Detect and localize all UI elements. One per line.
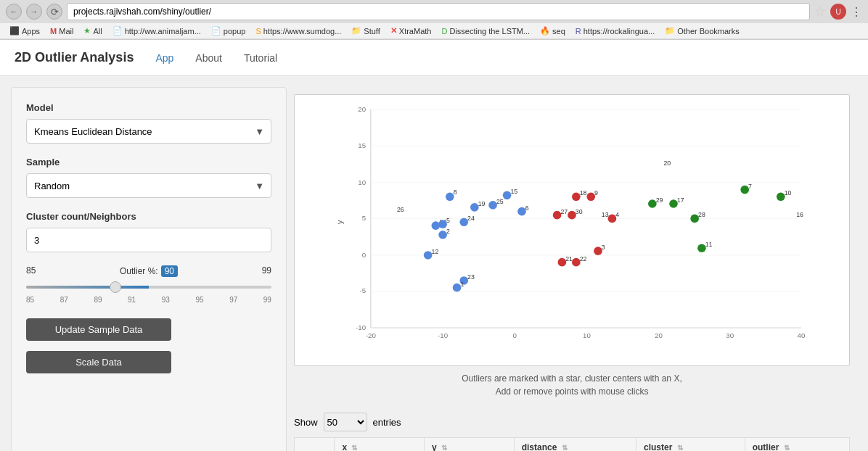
right-panel: 20 15 10 5 0 -5 -10 -20 -10 — [287, 87, 857, 451]
chart-caption: Outliers are marked with a star, cluster… — [294, 372, 850, 398]
slider-max-label: 99 — [262, 265, 271, 277]
cluster-label: Cluster count/Neighbors — [26, 211, 271, 222]
bookmark-stuff[interactable]: 📁 Stuff — [348, 25, 383, 37]
sort-distance-icon: ⇅ — [562, 444, 568, 451]
svg-text:15: 15 — [358, 141, 366, 149]
scatter-plot: 20 15 10 5 0 -5 -10 -20 -10 — [302, 102, 842, 356]
table-controls: Show 50 25 10 100 entries — [294, 413, 850, 431]
sample-label: Sample — [26, 157, 271, 167]
back-button[interactable]: ← — [6, 4, 22, 20]
svg-text:18: 18 — [580, 189, 587, 196]
chart-container[interactable]: 20 15 10 5 0 -5 -10 -20 -10 — [294, 94, 850, 366]
svg-text:15: 15 — [510, 188, 517, 195]
sort-cluster-icon: ⇅ — [677, 444, 683, 451]
bookmark-other[interactable]: 📁 Other Bookmarks — [661, 25, 743, 37]
svg-text:17: 17 — [677, 196, 684, 204]
svg-text:23: 23 — [467, 273, 475, 281]
svg-text:24: 24 — [467, 215, 475, 222]
svg-text:2: 2 — [446, 228, 450, 235]
bookmark-rockalingua[interactable]: R https://rockalingua... — [572, 25, 658, 37]
svg-text:0: 0 — [513, 331, 517, 339]
bookmark-animaljam[interactable]: 📄 http://ww.animaljam... — [109, 25, 205, 37]
browser-profile-icon: U — [830, 4, 846, 20]
main-content: Model Kmeans Euclidean Distance KNN LOF … — [0, 76, 868, 451]
button-group: Update Sample Data Scale Data — [26, 318, 271, 379]
refresh-button[interactable]: ⟳ — [46, 4, 62, 20]
svg-text:21: 21 — [565, 255, 573, 262]
svg-text:20: 20 — [663, 160, 671, 167]
bookmark-popup[interactable]: 📄 popup — [208, 25, 250, 37]
model-select[interactable]: Kmeans Euclidean Distance KNN LOF — [26, 119, 271, 144]
svg-text:26: 26 — [397, 206, 404, 213]
sample-select-wrapper: Random Fixed Custom ▼ — [26, 173, 271, 198]
svg-text:20: 20 — [358, 105, 366, 113]
col-x[interactable]: x ⇅ — [335, 438, 425, 452]
bookmark-apps[interactable]: ⬛ Apps — [6, 25, 44, 37]
bookmark-lstm[interactable]: D Dissecting the LSTM... — [438, 25, 533, 37]
col-index — [295, 438, 335, 452]
svg-text:29: 29 — [656, 196, 663, 204]
nav-tutorial[interactable]: Tutorial — [244, 49, 277, 67]
data-table: x ⇅ y ⇅ distance ⇅ cluster ⇅ outlier ⇅ 1… — [294, 437, 850, 451]
outlier-field-label: Outlier %: — [120, 266, 158, 276]
outlier-slider[interactable] — [26, 286, 271, 289]
bookmark-mail[interactable]: M Mail — [46, 25, 77, 37]
svg-text:10: 10 — [785, 189, 792, 196]
bookmark-sumdog[interactable]: S https://www.sumdog... — [252, 25, 345, 37]
svg-text:7: 7 — [748, 183, 752, 190]
cluster-group: Cluster count/Neighbors — [26, 211, 271, 252]
entries-select[interactable]: 50 25 10 100 — [324, 413, 367, 431]
svg-text:16: 16 — [796, 211, 803, 218]
svg-text:6: 6 — [525, 204, 529, 212]
update-sample-button[interactable]: Update Sample Data — [26, 318, 171, 341]
svg-text:40: 40 — [798, 331, 806, 339]
scale-data-button[interactable]: Scale Data — [26, 351, 171, 373]
left-panel: Model Kmeans Euclidean Distance KNN LOF … — [11, 87, 287, 451]
col-distance[interactable]: distance ⇅ — [514, 438, 636, 452]
svg-text:13: 13 — [602, 211, 609, 218]
col-y[interactable]: y ⇅ — [425, 438, 515, 452]
svg-text:3: 3 — [602, 244, 605, 251]
svg-text:30: 30 — [576, 208, 583, 215]
show-label: Show — [294, 417, 318, 428]
svg-text:1: 1 — [460, 281, 464, 288]
svg-line-80 — [711, 210, 722, 221]
forward-button[interactable]: → — [26, 4, 42, 20]
bookmark-all[interactable]: ★ All — [80, 25, 105, 37]
entries-label: entries — [373, 417, 401, 428]
col-outlier[interactable]: outlier ⇅ — [745, 438, 849, 452]
outlier-slider-container: 85 Outlier %: 90 99 85 87 89 91 93 95 97… — [26, 265, 271, 304]
svg-text:-5: -5 — [359, 286, 366, 294]
sample-select[interactable]: Random Fixed Custom — [26, 173, 271, 198]
page-title: 2D Outlier Analysis — [15, 50, 134, 65]
svg-text:10: 10 — [358, 178, 366, 186]
cluster-input[interactable] — [26, 228, 271, 252]
model-group: Model Kmeans Euclidean Distance KNN LOF … — [26, 102, 271, 144]
bookmark-seq[interactable]: 🔥 seq — [536, 25, 569, 37]
bookmark-xtramath[interactable]: ✕ XtraMath — [387, 25, 435, 37]
table-section: Show 50 25 10 100 entries x ⇅ y ⇅ distan… — [287, 405, 857, 451]
bookmarks-bar: ⬛ Apps M Mail ★ All 📄 http://ww.animalja… — [0, 23, 868, 39]
browser-chrome: ← → ⟳ ☆ U ⋮ ⬛ Apps M Mail ★ All 📄 http:/… — [0, 0, 868, 40]
svg-text:4: 4 — [615, 211, 619, 218]
svg-text:-20: -20 — [366, 331, 377, 339]
model-select-wrapper: Kmeans Euclidean Distance KNN LOF ▼ — [26, 119, 271, 144]
nav-app[interactable]: App — [155, 49, 173, 67]
svg-text:10: 10 — [583, 331, 591, 339]
svg-text:5: 5 — [362, 214, 366, 222]
svg-text:✳: ✳ — [653, 160, 664, 175]
page-header: 2D Outlier Analysis App About Tutorial — [0, 40, 868, 76]
nav-about[interactable]: About — [195, 49, 222, 67]
slider-min-label: 85 — [26, 265, 36, 277]
svg-text:30: 30 — [726, 331, 734, 339]
svg-text:0: 0 — [362, 251, 367, 259]
svg-text:19: 19 — [478, 200, 486, 207]
svg-text:25: 25 — [496, 198, 504, 205]
browser-toolbar: ← → ⟳ ☆ U ⋮ — [0, 0, 868, 23]
sample-group: Sample Random Fixed Custom ▼ — [26, 157, 271, 198]
sort-outlier-icon: ⇅ — [784, 444, 790, 451]
url-bar[interactable] — [67, 3, 810, 20]
col-cluster[interactable]: cluster ⇅ — [636, 438, 745, 452]
svg-text:-10: -10 — [356, 323, 367, 331]
svg-text:12: 12 — [432, 248, 439, 255]
